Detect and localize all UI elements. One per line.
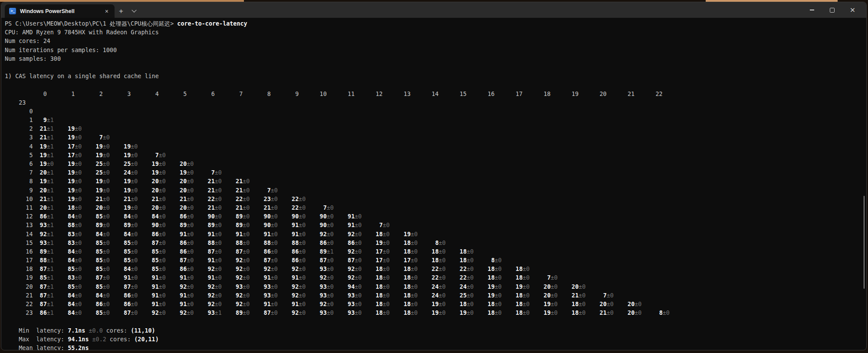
latency-cell: 93 — [257, 284, 271, 290]
latency-error: ±0 — [75, 134, 89, 141]
latency-cell: 18 — [509, 266, 523, 272]
latency-cell: 83 — [61, 231, 75, 238]
column-header-wrapped: 23 — [5, 99, 26, 106]
latency-cell: 84 — [61, 310, 75, 316]
latency-cell: 91 — [229, 231, 243, 238]
latency-cell: 84 — [61, 292, 75, 299]
terminal-text — [85, 327, 89, 334]
latency-cell: 21 — [201, 187, 215, 194]
scrollbar-thumb[interactable] — [864, 196, 865, 289]
latency-error: ±0 — [663, 310, 677, 316]
latency-cell: 18 — [369, 266, 383, 272]
latency-error: ±0 — [355, 248, 368, 255]
latency-error: ±0 — [467, 310, 480, 316]
tab-dropdown-button[interactable] — [128, 4, 141, 18]
latency-error: ±0 — [103, 143, 117, 150]
row-label: 12 — [5, 213, 33, 220]
latency-error: ±0 — [103, 152, 117, 158]
latency-cell: 19 — [481, 284, 495, 290]
table-row: 21 87±1 84±0 84±0 86±0 91±0 91±0 92±0 92… — [5, 291, 866, 300]
row-label: 3 — [5, 134, 33, 141]
latency-cell: 21 — [229, 205, 243, 211]
table-row: 8 19±1 19±0 19±0 19±0 20±0 20±0 21±0 21±… — [5, 177, 866, 186]
latency-error: ±0 — [103, 310, 117, 316]
latency-cell: 84 — [61, 301, 75, 307]
table-row: 15 93±1 83±0 85±0 85±0 87±0 86±0 88±0 88… — [5, 239, 866, 247]
terminal-output[interactable]: PS C:\Users\MEOW\Desktop\PC\1 处理器\CPU核心间… — [1, 18, 866, 350]
latency-cell: 93 — [33, 222, 47, 228]
latency-error: ±0 — [271, 213, 285, 220]
latency-cell: 19 — [117, 178, 131, 185]
row-label: 7 — [5, 169, 33, 176]
latency-error: ±0 — [411, 284, 424, 290]
latency-cell: 86 — [257, 248, 271, 255]
latency-cell: 90 — [257, 222, 271, 228]
table-row: 10 21±1 19±0 21±0 21±0 21±0 21±0 22±0 22… — [5, 195, 866, 204]
latency-error: ±0 — [103, 231, 117, 238]
tab-title: Windows PowerShell — [20, 8, 99, 14]
latency-error: ±0 — [635, 310, 648, 316]
tab-windows-powershell[interactable]: >_ Windows PowerShell × — [5, 4, 115, 18]
table-row: 4 19±1 17±0 19±0 19±0 — [5, 142, 866, 151]
latency-cell: 20 — [173, 187, 187, 194]
latency-error: ±0 — [467, 257, 480, 264]
latency-error: ±0 — [159, 178, 173, 185]
latency-cell: 20 — [145, 178, 159, 185]
latency-error: ±0 — [327, 257, 341, 264]
latency-error: ±0 — [75, 284, 89, 290]
latency-error: ±0 — [75, 161, 89, 167]
latency-cell: 86 — [117, 292, 131, 299]
latency-cell: 86 — [173, 213, 187, 220]
latency-cell: 19 — [89, 187, 103, 194]
latency-cell: 21 — [201, 178, 215, 185]
close-button[interactable]: × — [842, 2, 863, 18]
latency-cell: 85 — [89, 213, 103, 220]
latency-cell: 91 — [285, 231, 299, 238]
latency-error: ±0 — [131, 213, 145, 220]
minimize-button[interactable] — [802, 2, 822, 18]
latency-cell: 91 — [285, 222, 299, 228]
maximize-button[interactable] — [822, 2, 842, 18]
latency-error: ±0 — [383, 240, 397, 246]
latency-error: ±0 — [187, 178, 201, 185]
latency-error: ±0 — [523, 274, 536, 281]
latency-cell: 92 — [33, 231, 47, 238]
latency-cell: 19 — [117, 152, 131, 158]
latency-cell: 93 — [33, 240, 47, 246]
min-error: ±0.0 — [89, 327, 103, 334]
latency-error: ±0 — [383, 292, 397, 299]
latency-cell: 92 — [201, 301, 215, 307]
latency-cell: 92 — [229, 274, 243, 281]
table-row: 14 92±1 83±0 84±0 84±0 86±0 91±0 91±0 91… — [5, 230, 866, 239]
latency-error: ±0 — [551, 274, 565, 281]
latency-error: ±0 — [271, 187, 285, 194]
table-row: 23 86±1 84±0 85±0 87±0 92±0 92±0 93±1 89… — [5, 309, 866, 317]
latency-error: ±0 — [187, 231, 201, 238]
latency-cell: 84 — [89, 231, 103, 238]
latency-error: ±0 — [159, 240, 173, 246]
latency-error: ±0 — [75, 240, 89, 246]
new-tab-button[interactable]: + — [115, 4, 128, 18]
latency-cell: 19 — [61, 196, 75, 202]
row-label: 0 — [5, 108, 33, 115]
latency-error: ±0 — [411, 266, 424, 272]
terminal-line — [5, 63, 866, 72]
latency-error: ±0 — [215, 205, 229, 211]
latency-cell: 92 — [173, 284, 187, 290]
latency-error: ±0 — [607, 310, 621, 316]
latency-error: ±1 — [47, 248, 61, 255]
latency-cell: 18 — [453, 257, 467, 264]
row-label: 9 — [5, 187, 33, 194]
latency-error: ±0 — [103, 257, 117, 264]
latency-error: ±0 — [523, 301, 536, 307]
latency-cell: 19 — [481, 292, 495, 299]
latency-error: ±0 — [187, 240, 201, 246]
titlebar[interactable]: >_ Windows PowerShell × + × — [1, 2, 866, 18]
latency-error: ±0 — [383, 222, 397, 228]
latency-error: ±0 — [159, 169, 173, 176]
latency-cell: 18 — [509, 310, 523, 316]
table-row: 2 21±1 19±0 — [5, 125, 866, 133]
latency-error: ±0 — [299, 310, 312, 316]
latency-error: ±0 — [159, 274, 173, 281]
tab-close-icon[interactable]: × — [103, 7, 110, 15]
